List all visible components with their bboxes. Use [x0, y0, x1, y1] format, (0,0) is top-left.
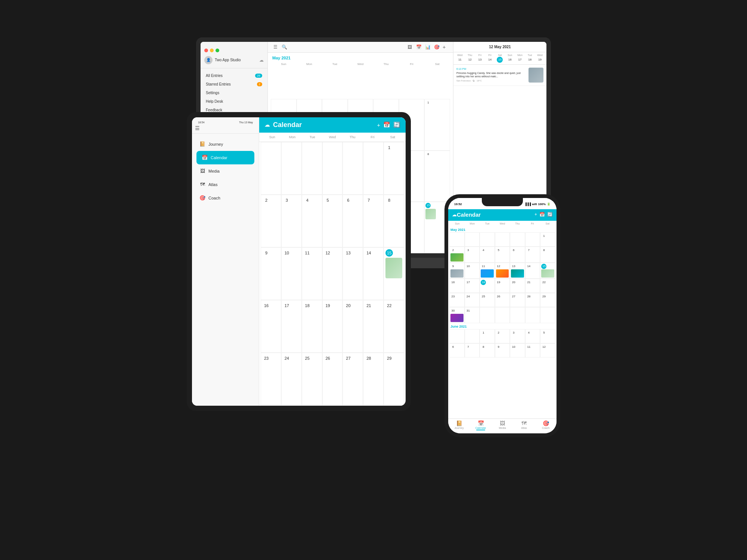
iphone-may-4[interactable]: 4 — [480, 247, 495, 263]
iphone-may-22[interactable]: 22 — [540, 279, 555, 293]
iphone-cal-icon[interactable]: 📅 — [539, 212, 545, 217]
cal-day-1[interactable]: 1 — [424, 99, 450, 151]
iphone-tab-calendar[interactable]: 📅 Calendar — [470, 420, 492, 430]
ipad-day-8[interactable]: 8 — [384, 195, 404, 247]
ipad-nav-journey[interactable]: 📔 Journey — [194, 137, 257, 151]
iphone-may-24[interactable]: 24 — [465, 293, 480, 307]
iphone-may-empty[interactable] — [510, 232, 525, 247]
iphone-may-9[interactable]: 9 — [449, 263, 465, 279]
ipad-day-25[interactable]: 25 — [302, 353, 322, 405]
iphone-add-icon[interactable]: + — [534, 212, 537, 217]
ipad-nav-calendar[interactable]: 📅 Calendar — [196, 151, 254, 164]
iphone-june-1[interactable]: 1 — [480, 329, 495, 343]
photos-icon[interactable]: 🖼 — [407, 44, 413, 50]
iphone-may-empty[interactable] — [495, 232, 510, 247]
ipad-cal-icon[interactable]: 📅 — [383, 121, 390, 128]
week-day-wed2[interactable]: Wed 19 — [537, 54, 543, 63]
iphone-june-empty[interactable] — [465, 329, 480, 343]
ipad-day-empty[interactable] — [261, 142, 281, 195]
iphone-may-21[interactable]: 21 — [525, 279, 540, 293]
ipad-day-empty[interactable] — [363, 142, 384, 195]
iphone-may-8[interactable]: 8 — [540, 247, 555, 263]
ipad-day-10[interactable]: 10 — [281, 247, 302, 300]
search-icon[interactable]: 🔍 — [281, 44, 287, 50]
add-entry-button[interactable]: + — [443, 44, 449, 50]
ipad-nav-media[interactable]: 🖼 Media — [194, 164, 257, 178]
iphone-may-15[interactable]: 15 — [540, 263, 555, 279]
ipad-day-13[interactable]: 13 — [342, 247, 363, 300]
iphone-scroll-area[interactable]: Sun Mon Tue Wed Thu Fri Sat May 2021 — [448, 221, 557, 418]
iphone-may-29[interactable]: 29 — [540, 293, 555, 307]
ipad-day-empty[interactable] — [281, 142, 302, 195]
iphone-may-10[interactable]: 10 — [465, 263, 480, 279]
week-day-sat-selected[interactable]: Sat 15 — [497, 54, 503, 63]
week-day-wed[interactable]: Wed 11 — [457, 54, 463, 63]
iphone-may-empty6[interactable] — [540, 307, 555, 323]
iphone-may-1[interactable]: 1 — [540, 232, 555, 247]
iphone-may-12[interactable]: 12 — [495, 263, 510, 279]
iphone-may-31[interactable]: 31 — [465, 307, 480, 323]
target-icon[interactable]: 🎯 — [434, 44, 440, 50]
week-day-tue[interactable]: Tue 18 — [527, 54, 533, 63]
ipad-day-14[interactable]: 14 — [363, 247, 384, 300]
iphone-tab-journey[interactable]: 📔 Journey — [448, 420, 470, 430]
ipad-day-20[interactable]: 20 — [342, 300, 363, 353]
ipad-day-3[interactable]: 3 — [281, 195, 302, 247]
ipad-day-6[interactable]: 6 — [342, 195, 363, 247]
iphone-may-empty2[interactable] — [480, 307, 495, 323]
iphone-june-empty[interactable] — [449, 329, 465, 343]
iphone-may-11[interactable]: 11 — [480, 263, 495, 279]
iphone-may-17[interactable]: 17 — [465, 279, 480, 293]
week-day-fri[interactable]: Fri 13 — [477, 54, 483, 63]
ipad-day-9[interactable]: 9 — [261, 247, 281, 300]
ipad-day-5[interactable]: 5 — [322, 195, 343, 247]
ipad-day-29[interactable]: 29 — [384, 353, 404, 405]
iphone-may-empty[interactable] — [525, 232, 540, 247]
ipad-nav-atlas[interactable]: 🗺 Atlas — [194, 178, 257, 191]
week-day-sun[interactable]: Sun 16 — [507, 54, 513, 63]
iphone-june-7[interactable]: 7 — [465, 343, 480, 358]
iphone-may-26[interactable]: 26 — [495, 293, 510, 307]
sidebar-item-starred-entries[interactable]: Starred Entries 2 — [201, 80, 267, 89]
ipad-day-11[interactable]: 11 — [302, 247, 322, 300]
ipad-day-16[interactable]: 16 — [261, 300, 281, 353]
iphone-june-9[interactable]: 9 — [495, 343, 510, 358]
ipad-day-1[interactable]: 1 — [384, 142, 404, 195]
sidebar-toggle-icon[interactable]: ☰ — [195, 125, 256, 131]
calendar-icon[interactable]: 📅 — [416, 44, 422, 50]
ipad-day-24[interactable]: 24 — [281, 353, 302, 405]
iphone-may-7[interactable]: 7 — [525, 247, 540, 263]
ipad-day-22[interactable]: 22 — [384, 300, 404, 353]
iphone-may-30[interactable]: 30 — [449, 307, 465, 323]
ipad-day-4[interactable]: 4 — [302, 195, 322, 247]
iphone-may-empty[interactable] — [480, 232, 495, 247]
iphone-june-10[interactable]: 10 — [510, 343, 525, 358]
maximize-button[interactable] — [216, 49, 219, 52]
sidebar-item-settings[interactable]: Settings — [201, 89, 267, 97]
iphone-june-5[interactable]: 5 — [540, 329, 555, 343]
ipad-day-28[interactable]: 28 — [363, 353, 384, 405]
ipad-nav-coach[interactable]: 🎯 Coach — [194, 191, 257, 205]
iphone-may-28[interactable]: 28 — [525, 293, 540, 307]
iphone-june-6[interactable]: 6 — [449, 343, 465, 358]
iphone-may-empty4[interactable] — [510, 307, 525, 323]
iphone-may-20[interactable]: 20 — [510, 279, 525, 293]
iphone-june-11[interactable]: 11 — [525, 343, 540, 358]
iphone-may-2[interactable]: 2 — [449, 247, 465, 263]
iphone-may-25[interactable]: 25 — [480, 293, 495, 307]
sidebar-item-all-entries[interactable]: All Entries 26 — [201, 71, 267, 80]
ipad-day-17[interactable]: 17 — [281, 300, 302, 353]
iphone-june-8[interactable]: 8 — [480, 343, 495, 358]
week-day-mon[interactable]: Mon 17 — [517, 54, 523, 63]
close-button[interactable] — [204, 49, 208, 52]
ipad-day-empty[interactable] — [342, 142, 363, 195]
iphone-may-23[interactable]: 23 — [449, 293, 465, 307]
sidebar-toggle-icon[interactable]: ☰ — [272, 44, 278, 50]
iphone-june-3[interactable]: 3 — [510, 329, 525, 343]
iphone-june-2[interactable]: 2 — [495, 329, 510, 343]
minimize-button[interactable] — [210, 49, 214, 52]
ipad-add-icon[interactable]: + — [377, 122, 380, 128]
ipad-day-7[interactable]: 7 — [363, 195, 384, 247]
iphone-may-6[interactable]: 6 — [510, 247, 525, 263]
journal-entry[interactable]: 6:10 PM Princess hugging Candy. She was … — [453, 65, 546, 86]
